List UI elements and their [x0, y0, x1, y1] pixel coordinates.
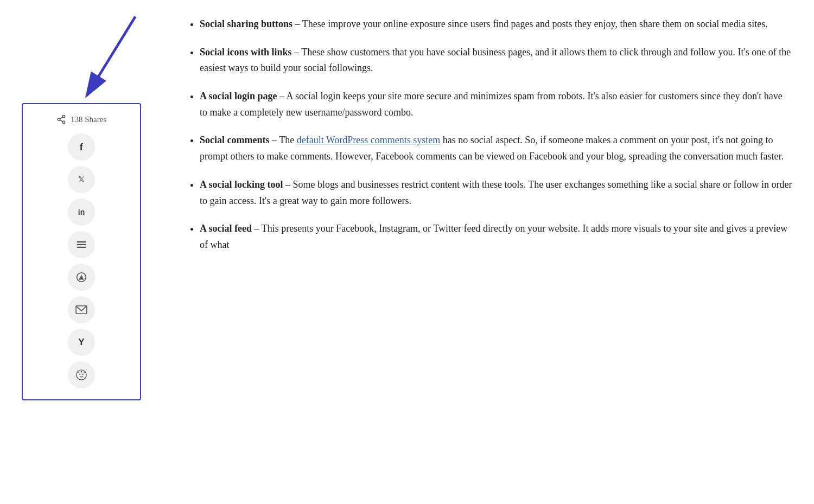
twitter-share-button[interactable]: 𝕏	[68, 166, 95, 193]
instapaper-share-button[interactable]	[68, 264, 95, 291]
email-share-button[interactable]	[68, 296, 95, 323]
list-item-social-feed: A social feed – This presents your Faceb…	[200, 221, 792, 253]
item-bold-social-icons: Social icons with links	[200, 47, 292, 58]
facebook-share-button[interactable]: f	[68, 133, 95, 161]
list-item-social-sharing-buttons: Social sharing buttons – These improve y…	[200, 16, 792, 33]
svg-line-1	[86, 17, 135, 96]
svg-marker-11	[79, 275, 84, 279]
svg-line-6	[60, 117, 62, 119]
list-item-social-locking: A social locking tool – Some blogs and b…	[200, 177, 792, 209]
svg-line-19	[84, 372, 85, 373]
yummly-share-button[interactable]: Y	[68, 329, 95, 356]
item-text-social-sharing: – These improve your online exposure sin…	[292, 18, 768, 29]
item-bold-social-locking: A social locking tool	[200, 179, 283, 190]
email-icon	[75, 305, 87, 315]
buffer-share-button[interactable]	[68, 231, 95, 258]
share-count-row: 138 Shares	[56, 113, 106, 126]
svg-rect-8	[77, 244, 86, 245]
social-buttons-list: f 𝕏 in	[34, 133, 129, 388]
share-widget: 138 Shares f 𝕏 in	[22, 103, 141, 400]
wordpress-comments-link[interactable]: default WordPress comments system	[297, 135, 441, 145]
svg-point-15	[82, 374, 84, 375]
item-bold-social-login: A social login page	[200, 91, 277, 101]
item-bold-social-sharing: Social sharing buttons	[200, 18, 292, 29]
list-item-social-comments: Social comments – The default WordPress …	[200, 132, 792, 164]
svg-rect-9	[77, 247, 86, 248]
content-area: Social sharing buttons – These improve y…	[185, 16, 792, 400]
svg-line-18	[78, 372, 79, 373]
item-bold-social-comments: Social comments	[200, 135, 269, 145]
reddit-share-button[interactable]	[68, 361, 95, 388]
arrow-icon	[33, 11, 152, 109]
item-text-before-link: – The	[269, 135, 296, 145]
item-bold-social-feed: A social feed	[200, 223, 252, 234]
arrow-container	[33, 11, 152, 109]
buffer-icon	[75, 239, 87, 251]
instapaper-icon	[75, 271, 87, 283]
content-list: Social sharing buttons – These improve y…	[185, 16, 792, 253]
page-container: 138 Shares f 𝕏 in	[0, 0, 814, 417]
item-text-social-login: – A social login keeps your site more se…	[200, 91, 783, 118]
reddit-icon	[75, 369, 87, 381]
share-count-icon	[56, 114, 66, 124]
item-text-social-feed: – This presents your Facebook, Instagram…	[200, 223, 787, 250]
list-item-social-icons-links: Social icons with links – These show cus…	[200, 44, 792, 76]
item-text-social-locking: – Some blogs and businesses restrict con…	[200, 179, 792, 206]
svg-point-14	[79, 374, 80, 375]
share-count-label: 138 Shares	[71, 113, 106, 126]
share-widget-wrapper: 138 Shares f 𝕏 in	[22, 103, 163, 400]
linkedin-share-button[interactable]: in	[68, 199, 95, 226]
svg-rect-7	[77, 241, 86, 243]
svg-line-5	[60, 120, 62, 122]
list-item-social-login: A social login page – A social login kee…	[200, 88, 792, 120]
svg-point-16	[81, 371, 82, 373]
